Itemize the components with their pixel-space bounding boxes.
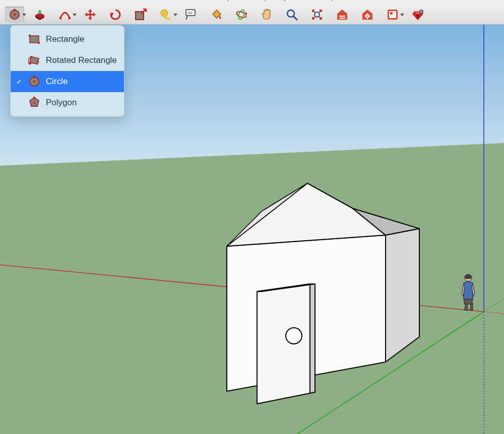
svg-point-42: [33, 97, 35, 99]
pan-tool-button[interactable]: [257, 7, 276, 23]
dropdown-item-polygon[interactable]: Polygon: [11, 92, 124, 113]
orbit-tool-button[interactable]: [232, 7, 251, 23]
shapes-dropdown-menu: Rectangle Rotated Rectangle ✓ Circle: [10, 25, 124, 117]
svg-point-43: [33, 102, 35, 104]
dropdown-arrow-icon: [173, 14, 177, 16]
warehouse-tool-button[interactable]: [333, 7, 352, 23]
window-title-text: Untitled - SketchUp Pro 2019 (27 days le…: [170, 0, 334, 1]
svg-point-18: [314, 12, 320, 17]
text-label-icon: A1: [184, 8, 198, 21]
svg-point-39: [33, 76, 36, 79]
svg-marker-50: [257, 284, 310, 404]
move-tool-button[interactable]: [81, 7, 100, 23]
dropdown-item-label: Circle: [46, 77, 68, 87]
tape-measure-tool-button[interactable]: [156, 7, 175, 23]
dropdown-item-circle[interactable]: ✓ Circle: [11, 71, 124, 92]
zoom-icon: [285, 8, 298, 21]
svg-rect-56: [466, 277, 471, 278]
shapes-tool-button[interactable]: [5, 7, 24, 23]
ruby-icon: [411, 8, 424, 21]
dropdown-arrow-icon: [22, 14, 26, 16]
svg-point-35: [29, 62, 31, 64]
extension-warehouse-icon: [361, 8, 374, 21]
svg-point-1: [14, 9, 16, 12]
svg-rect-21: [339, 17, 345, 18]
rotate-tool-button[interactable]: [106, 7, 125, 23]
extension-warehouse-tool-button[interactable]: [358, 7, 377, 23]
rectangle-icon: [28, 33, 41, 46]
svg-rect-20: [339, 15, 345, 16]
arc-tool-button[interactable]: [55, 7, 75, 23]
svg-point-53: [286, 328, 302, 344]
circle-tool-icon: [8, 8, 21, 21]
scale-tool-button[interactable]: [131, 7, 150, 23]
warehouse-icon: [336, 8, 349, 21]
dropdown-item-rectangle[interactable]: Rectangle: [11, 29, 124, 50]
zoom-extents-tool-button[interactable]: [307, 7, 327, 23]
dropdown-item-label: Polygon: [46, 98, 77, 108]
layout-icon: [386, 8, 399, 21]
svg-point-33: [38, 42, 40, 44]
svg-rect-10: [164, 16, 171, 20]
window-titlebar: Untitled - SketchUp Pro 2019 (27 days le…: [0, 0, 504, 5]
paint-bucket-icon: [210, 8, 223, 21]
svg-marker-51: [310, 284, 315, 393]
arc-icon: [58, 8, 72, 21]
move-icon: [84, 8, 97, 21]
circle-icon: [28, 75, 41, 88]
svg-text:A1: A1: [188, 11, 193, 15]
svg-point-2: [14, 14, 16, 16]
check-mark: ✓: [16, 78, 23, 86]
svg-rect-26: [390, 12, 393, 15]
text-label-tool-button[interactable]: A1: [181, 7, 201, 23]
svg-point-14: [237, 9, 245, 20]
rotated-rectangle-icon: [28, 54, 41, 67]
svg-point-9: [161, 10, 168, 17]
dropdown-item-label: Rotated Rectangle: [46, 55, 117, 65]
zoom-extents-icon: [310, 8, 324, 21]
push-pull-icon: [33, 8, 46, 21]
tape-measure-icon: [159, 8, 172, 21]
rotate-icon: [109, 8, 122, 21]
paint-bucket-tool-button[interactable]: [207, 7, 226, 23]
svg-point-13: [236, 11, 247, 19]
svg-point-6: [59, 17, 62, 20]
svg-line-17: [293, 16, 297, 20]
push-pull-tool-button[interactable]: [30, 7, 49, 23]
dropdown-arrow-icon: [400, 14, 404, 16]
svg-rect-54: [464, 299, 472, 304]
zoom-tool-button[interactable]: [282, 7, 301, 23]
layout-tool-button[interactable]: [383, 7, 402, 23]
svg-point-23: [367, 16, 368, 17]
svg-point-40: [33, 81, 36, 83]
dropdown-item-label: Rectangle: [46, 34, 85, 44]
scale-icon: [134, 8, 147, 21]
svg-point-37: [30, 56, 32, 58]
dropdown-item-rotated-rectangle[interactable]: Rotated Rectangle: [11, 50, 124, 71]
dropdown-arrow-icon: [73, 14, 77, 16]
svg-point-32: [29, 35, 31, 37]
svg-point-36: [37, 61, 39, 63]
orbit-icon: [235, 8, 248, 21]
ruby-tool-button[interactable]: [408, 7, 427, 23]
main-toolbar: A1: [0, 5, 504, 25]
polygon-icon: [28, 96, 41, 109]
svg-rect-31: [30, 36, 39, 43]
pan-icon: [260, 8, 273, 21]
svg-point-7: [69, 17, 71, 20]
